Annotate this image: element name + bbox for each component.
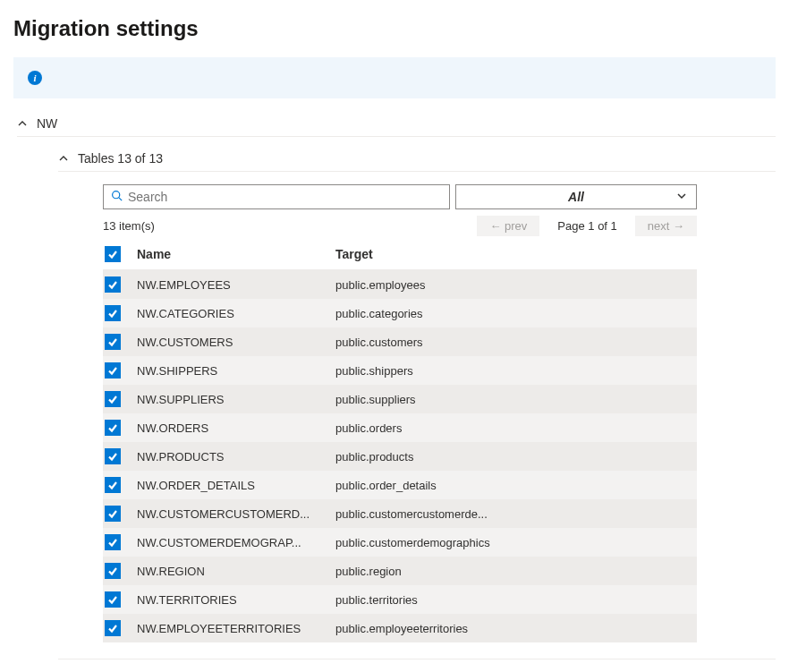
row-name: NW.ORDER_DETAILS [133,479,335,492]
chevron-up-icon [58,153,69,164]
row-target: public.shippers [335,364,697,378]
row-target: public.customerdemographics [335,536,697,549]
row-target: public.order_details [335,479,697,492]
info-banner: i [13,57,776,98]
chevron-down-icon [676,190,687,204]
row-target: public.orders [335,421,697,435]
tables-count-label: Tables 13 of 13 [78,151,163,166]
row-name: NW.EMPLOYEETERRITORIES [133,622,335,635]
row-target: public.territories [335,593,697,607]
tables-container: All 13 item(s) ← prev Page 1 of 1 next →… [103,184,697,642]
filter-selected-label: All [568,190,584,204]
next-button[interactable]: next → [635,216,697,236]
row-target: public.customers [335,336,697,349]
row-checkbox[interactable] [105,563,121,579]
search-input[interactable] [128,190,442,204]
database-section-header[interactable]: NW [17,111,776,137]
table-row[interactable]: NW.EMPLOYEESpublic.employees [103,270,697,299]
table-row[interactable]: NW.PRODUCTSpublic.products [103,442,697,471]
row-checkbox[interactable] [105,276,121,293]
table-row[interactable]: NW.ORDER_DETAILSpublic.order_details [103,471,697,499]
row-name: NW.CATEGORIES [133,307,335,320]
row-checkbox[interactable] [105,448,121,464]
info-icon: i [28,71,42,85]
row-name: NW.PRODUCTS [133,450,335,464]
svg-line-1 [119,198,122,200]
row-checkbox[interactable] [105,620,121,636]
table-row[interactable]: NW.SUPPLIERSpublic.suppliers [103,385,697,413]
section-divider [58,659,776,659]
row-checkbox[interactable] [105,334,121,350]
row-name: NW.CUSTOMERDEMOGRAP... [133,536,335,549]
row-checkbox[interactable] [105,591,121,608]
prev-button[interactable]: ← prev [477,216,539,236]
table-row[interactable]: NW.CUSTOMERDEMOGRAP...public.customerdem… [103,528,697,557]
row-target: public.employees [335,278,697,292]
column-header-target[interactable]: Target [335,247,697,261]
table-header: Name Target [103,238,697,270]
database-label: NW [37,116,57,131]
tables-section-header[interactable]: Tables 13 of 13 [58,146,776,172]
pager: ← prev Page 1 of 1 next → [477,216,697,236]
row-name: NW.SUPPLIERS [133,393,335,406]
row-target: public.customercustomerde... [335,507,697,521]
row-name: NW.REGION [133,565,335,578]
row-target: public.suppliers [335,393,697,406]
row-checkbox[interactable] [105,420,121,436]
row-target: public.employeeterritories [335,622,697,635]
item-count: 13 item(s) [103,219,155,233]
filter-dropdown[interactable]: All [455,184,697,209]
row-checkbox[interactable] [105,506,121,522]
table-row[interactable]: NW.TERRITORIESpublic.territories [103,585,697,614]
row-name: NW.CUSTOMERS [133,336,335,349]
column-header-name[interactable]: Name [133,247,335,261]
svg-point-0 [113,191,120,199]
search-icon [111,190,123,204]
table-row[interactable]: NW.CATEGORIESpublic.categories [103,299,697,327]
search-field-wrap[interactable] [103,184,450,209]
table-body: NW.EMPLOYEESpublic.employeesNW.CATEGORIE… [103,270,697,642]
table-row[interactable]: NW.CUSTOMERSpublic.customers [103,327,697,356]
row-checkbox[interactable] [105,534,121,550]
chevron-up-icon [17,118,28,129]
table-row[interactable]: NW.CUSTOMERCUSTOMERD...public.customercu… [103,499,697,528]
table-row[interactable]: NW.SHIPPERSpublic.shippers [103,356,697,385]
page-title: Migration settings [13,16,776,41]
row-checkbox[interactable] [105,391,121,407]
page-indicator: Page 1 of 1 [548,219,626,233]
row-name: NW.ORDERS [133,421,335,435]
row-checkbox[interactable] [105,477,121,493]
row-target: public.products [335,450,697,464]
table-row[interactable]: NW.REGIONpublic.region [103,557,697,585]
row-checkbox[interactable] [105,305,121,321]
table-row[interactable]: NW.EMPLOYEETERRITORIESpublic.employeeter… [103,614,697,642]
row-target: public.categories [335,307,697,320]
row-target: public.region [335,565,697,578]
table-row[interactable]: NW.ORDERSpublic.orders [103,413,697,442]
row-name: NW.SHIPPERS [133,364,335,378]
row-name: NW.CUSTOMERCUSTOMERD... [133,507,335,521]
select-all-checkbox[interactable] [105,246,121,262]
row-name: NW.EMPLOYEES [133,278,335,292]
row-checkbox[interactable] [105,362,121,379]
row-name: NW.TERRITORIES [133,593,335,607]
